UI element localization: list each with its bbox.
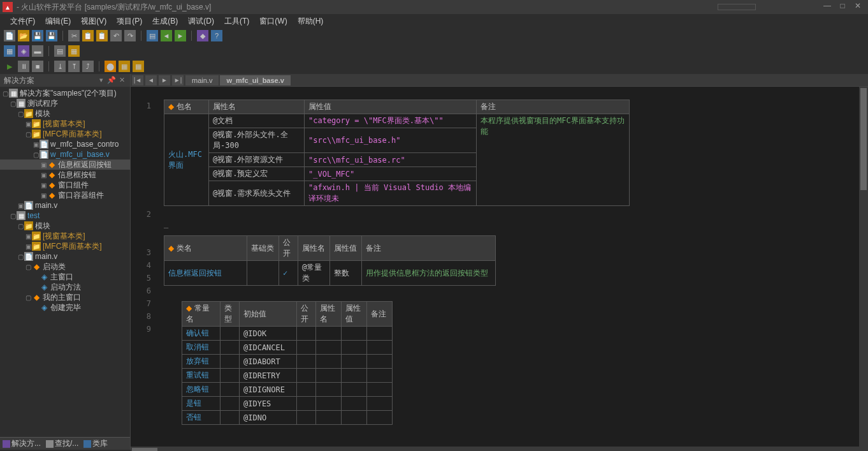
tab-solution[interactable]: 解决方...: [0, 438, 43, 450]
table-row[interactable]: 重试钮@IDRETRY: [182, 369, 393, 383]
tb2-icon-4[interactable]: ▤: [54, 45, 66, 57]
find-tab-icon: [46, 440, 54, 448]
vertical-scrollbar[interactable]: [859, 87, 868, 447]
save-icon[interactable]: 💾: [32, 30, 43, 41]
tree-modules[interactable]: 模块: [35, 108, 50, 119]
nav-last-icon[interactable]: ►|: [172, 75, 184, 85]
tree-class[interactable]: 信息框返回按钮: [58, 159, 112, 170]
folder-icon: 📁: [24, 109, 33, 118]
tree-file[interactable]: main.v: [35, 252, 57, 261]
maximize-button[interactable]: □: [835, 1, 850, 13]
tree-item[interactable]: [MFC界面基本类]: [43, 129, 102, 140]
tb3-icon-1[interactable]: ▦: [119, 61, 130, 72]
tree-project-1[interactable]: 测试程序: [27, 98, 58, 109]
help-icon[interactable]: ?: [211, 30, 222, 41]
nav-first-icon[interactable]: |◄: [132, 75, 143, 85]
class-icon: ◆: [32, 293, 41, 302]
member-icon: ◈: [40, 272, 48, 281]
close-button[interactable]: ✕: [850, 1, 865, 13]
step-icon-1[interactable]: ⤓: [54, 61, 66, 72]
paste-icon[interactable]: 📋: [96, 30, 108, 41]
tree-class[interactable]: 启动类: [43, 262, 66, 272]
tree-item[interactable]: [视窗基本类]: [43, 231, 85, 242]
tab-mfcui[interactable]: w_mfc_ui_base.v: [220, 75, 291, 85]
tab-mainv[interactable]: main.v: [185, 75, 219, 85]
redo-icon[interactable]: ↷: [124, 30, 136, 41]
package-icon[interactable]: ◆: [197, 30, 208, 41]
menu-file[interactable]: 文件(F): [5, 15, 40, 28]
tree-file[interactable]: main.v: [35, 201, 57, 210]
class-icon: ◆: [47, 181, 56, 189]
tree-item[interactable]: [MFC界面基本类]: [43, 241, 102, 252]
step-icon-2[interactable]: ⤒: [68, 61, 80, 72]
nav-next-icon[interactable]: ►: [159, 75, 170, 85]
tree-project-2[interactable]: test: [27, 211, 40, 220]
pause-icon[interactable]: ⏸: [18, 61, 29, 72]
menu-tools[interactable]: 工具(T): [219, 15, 254, 28]
tree-class[interactable]: 窗口组件: [58, 180, 89, 191]
menu-window[interactable]: 窗口(W): [254, 15, 292, 28]
new-file-icon[interactable]: 📄: [4, 30, 15, 41]
minimize-button[interactable]: —: [820, 1, 835, 13]
editor-body[interactable]: ◆包名 属性名 属性值 备注 火山.MFC界面@文档"category = \"…: [131, 87, 868, 447]
tree-member[interactable]: 启动方法: [50, 282, 81, 293]
class-table[interactable]: ◆类名 基础类 公开 属性名 属性值 备注 信息框返回按钮✓@常量类整数用作提供…: [164, 235, 496, 286]
menu-edit[interactable]: 编辑(E): [40, 15, 76, 28]
table-row[interactable]: 取消钮@IDCANCEL: [182, 341, 393, 355]
stop-icon[interactable]: ■: [32, 61, 43, 72]
table-row[interactable]: 放弃钮@IDABORT: [182, 355, 393, 369]
window-title: - 火山软件开发平台 [samples/测试程序/w_mfc_ui_base.v…: [17, 2, 718, 13]
tree-item[interactable]: [视窗基本类]: [43, 119, 85, 129]
tab-classlib[interactable]: 类库: [81, 438, 110, 450]
save-all-icon[interactable]: 💾: [46, 30, 57, 41]
menu-debug[interactable]: 调试(D): [183, 15, 219, 28]
table-row[interactable]: 忽略钮@IDIGNORE: [182, 383, 393, 397]
breakpoint-icon[interactable]: ⬤: [105, 61, 116, 72]
table-row[interactable]: 是钮@IDYES: [182, 397, 393, 411]
menu-build[interactable]: 生成(B): [147, 15, 183, 28]
tb3-icon-2[interactable]: ▦: [133, 61, 144, 72]
tree-class[interactable]: 我的主窗口: [43, 292, 81, 303]
tb2-icon-5[interactable]: ▦: [68, 45, 80, 57]
back-icon[interactable]: ◄: [161, 30, 172, 41]
forward-icon[interactable]: ►: [175, 30, 186, 41]
copy-icon[interactable]: 📋: [82, 30, 94, 41]
menu-view[interactable]: 视图(V): [76, 15, 112, 28]
solution-icon: ▦: [9, 89, 18, 98]
editor-hscroll[interactable]: [131, 447, 868, 451]
file-icon: 📄: [24, 252, 33, 261]
class-icon: ◆: [47, 160, 56, 169]
solution-tree[interactable]: ▢▦解决方案"samples"(2个项目) ▢▦测试程序 ▢📁模块 ▣📁[视窗基…: [0, 87, 130, 437]
panel-dropdown-icon[interactable]: ▾: [97, 76, 106, 85]
tab-find[interactable]: 查找/...: [43, 438, 81, 450]
panel-close-icon[interactable]: ✕: [117, 76, 126, 85]
tb2-icon-3[interactable]: ▬: [32, 45, 43, 57]
cut-icon[interactable]: ✂: [68, 30, 80, 41]
play-icon[interactable]: ▶: [4, 61, 15, 72]
tree-member[interactable]: 主窗口: [50, 272, 73, 283]
open-folder-icon[interactable]: 📂: [18, 30, 29, 41]
menu-project[interactable]: 项目(P): [112, 15, 147, 28]
nav-prev-icon[interactable]: ◄: [145, 75, 157, 85]
file-icon: 📄: [24, 201, 33, 210]
panel-pin-icon[interactable]: 📌: [107, 76, 116, 85]
const-table[interactable]: ◆常量名 类型 初始值 公开 属性名 属性值 备注 确认钮@IDOK取消钮@ID…: [182, 301, 393, 425]
menu-help[interactable]: 帮助(H): [293, 15, 329, 28]
toolbar-2: ▦ ◈ ▬ ▤ ▦: [0, 43, 868, 59]
tree-file-active[interactable]: w_mfc_ui_base.v: [50, 150, 110, 159]
tb2-icon-2[interactable]: ◈: [18, 45, 29, 57]
tool-icon-1[interactable]: ▤: [147, 30, 158, 41]
package-table[interactable]: ◆包名 属性名 属性值 备注 火山.MFC界面@文档"category = \"…: [164, 100, 630, 206]
tree-class[interactable]: 窗口容器组件: [58, 190, 104, 201]
table-row[interactable]: 否钮@IDNO: [182, 411, 393, 425]
table-row[interactable]: 确认钮@IDOK: [182, 327, 393, 341]
app-logo-icon: ▲: [3, 2, 13, 12]
tree-root[interactable]: 解决方案"samples"(2个项目): [20, 88, 117, 99]
undo-icon[interactable]: ↶: [110, 30, 122, 41]
tb2-icon-1[interactable]: ▦: [4, 45, 15, 57]
step-icon-3[interactable]: ⤴: [82, 61, 94, 72]
tree-file[interactable]: w_mfc_base_contro: [50, 140, 119, 149]
tree-member[interactable]: 创建完毕: [50, 302, 81, 313]
tree-modules[interactable]: 模块: [35, 221, 50, 232]
tree-class[interactable]: 信息框按钮: [58, 170, 96, 181]
